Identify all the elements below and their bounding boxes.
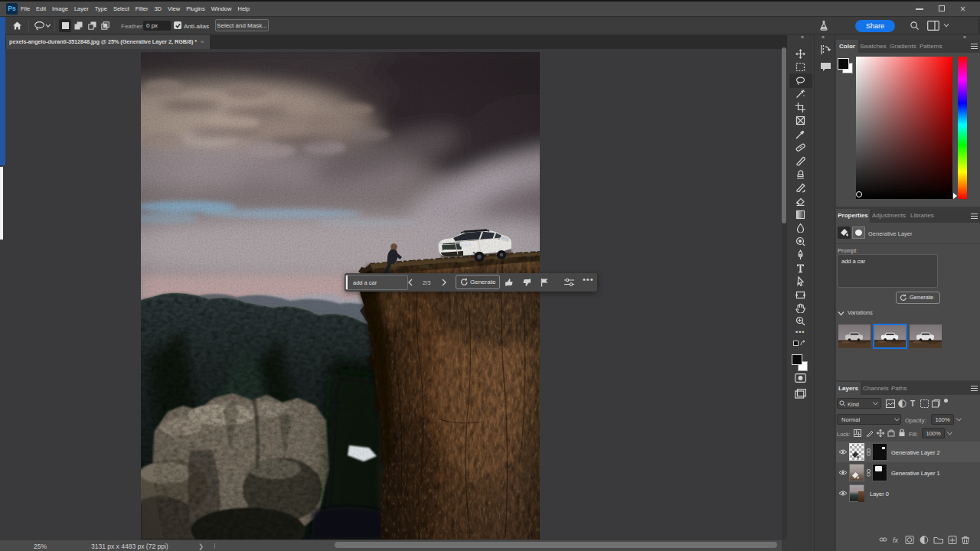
svg-text:fx: fx	[893, 536, 899, 544]
